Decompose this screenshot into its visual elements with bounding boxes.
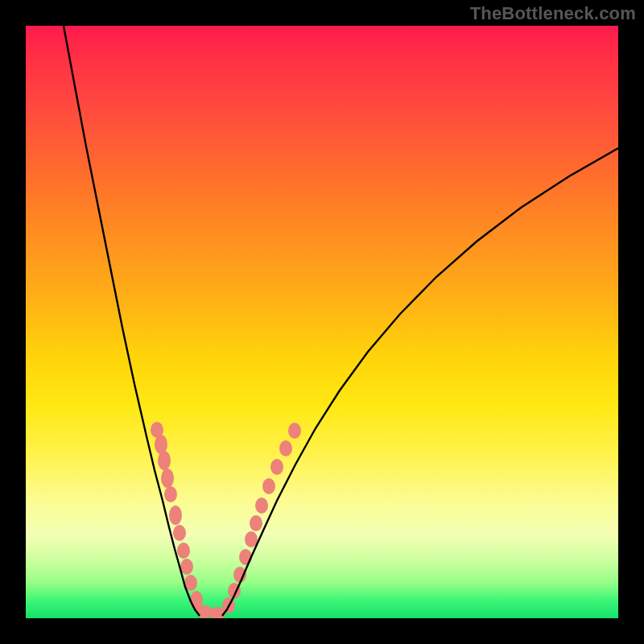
plot-area — [26, 26, 618, 618]
data-marker — [177, 543, 190, 559]
data-marker — [270, 459, 283, 475]
data-marker — [158, 451, 171, 470]
curve-right-path — [222, 148, 618, 616]
data-marker — [250, 515, 262, 531]
data-marker — [164, 486, 177, 502]
data-marker — [169, 506, 182, 525]
watermark-text: TheBottleneck.com — [470, 3, 636, 24]
data-marker — [279, 440, 292, 456]
curve-svg — [26, 26, 618, 618]
chart-frame: TheBottleneck.com — [0, 0, 644, 644]
data-marker — [180, 559, 193, 575]
marker-layer — [151, 422, 301, 618]
data-marker — [288, 423, 301, 439]
data-marker — [173, 525, 186, 541]
data-marker — [255, 497, 268, 514]
data-marker — [262, 478, 275, 494]
data-marker — [161, 469, 174, 488]
data-marker — [239, 549, 252, 565]
